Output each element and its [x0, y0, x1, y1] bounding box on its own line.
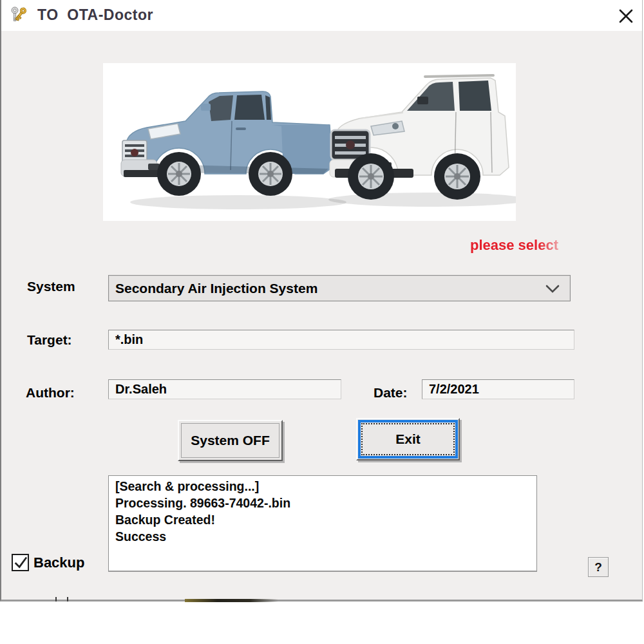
help-button[interactable]: ? — [588, 557, 609, 577]
exit-button-focus-border: Exit — [358, 420, 458, 459]
keys-icon — [9, 5, 30, 26]
system-off-button-label: System OFF — [181, 423, 279, 458]
backup-checkbox-label: Backup — [33, 554, 84, 571]
log-line: Backup Created! — [115, 511, 530, 528]
system-dropdown[interactable]: Secondary Air Injection System — [108, 275, 571, 301]
exit-button-label: Exit — [361, 423, 455, 455]
system-dropdown-value: Secondary Air Injection System — [115, 281, 317, 296]
ota-doctor-window: TO OTA-Doctor — [0, 0, 643, 601]
log-line: Processing. 89663-74042-.bin — [115, 495, 530, 511]
system-label: System — [27, 279, 75, 294]
bottom-edge-artifact — [55, 597, 68, 601]
date-label: Date: — [374, 385, 408, 401]
vehicle-image — [103, 63, 516, 221]
close-icon — [618, 8, 634, 24]
two-trucks-illustration — [103, 63, 516, 221]
log-line: [Search & processing...] — [115, 478, 530, 495]
date-input[interactable] — [422, 379, 574, 399]
exit-button[interactable]: Exit — [356, 418, 460, 460]
checkmark-icon — [14, 556, 28, 570]
app-window-page: TO OTA-Doctor — [0, 0, 644, 644]
blue-pickup-truck — [121, 91, 332, 196]
target-input[interactable] — [108, 330, 574, 350]
please-select-hint: please select — [470, 237, 583, 254]
author-input[interactable] — [108, 379, 341, 399]
window-title: TO OTA-Doctor — [37, 6, 153, 24]
target-label: Target: — [27, 332, 72, 348]
close-button[interactable] — [615, 5, 637, 27]
author-label: Author: — [26, 385, 75, 401]
log-line: Success — [115, 528, 530, 545]
chevron-down-icon — [545, 285, 560, 294]
backup-checkbox[interactable] — [12, 554, 29, 571]
log-output-box[interactable]: [Search & processing...] Processing. 896… — [108, 475, 537, 572]
bottom-edge-artifact — [185, 599, 278, 602]
system-off-button[interactable]: System OFF — [178, 420, 283, 461]
title-bar[interactable]: TO OTA-Doctor — [1, 0, 642, 31]
white-suv — [330, 75, 509, 200]
